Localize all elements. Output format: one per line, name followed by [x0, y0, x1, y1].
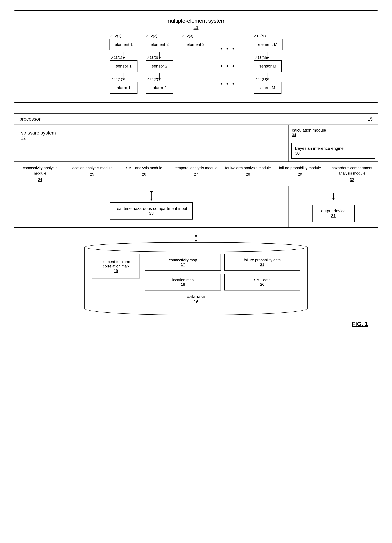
element-m-col: ↗12(M) element M ↗13(M) sensor M ↗14(M) … — [253, 39, 283, 94]
realtime-col: real-time hazardous compartment input 33 — [14, 186, 288, 225]
module-hazardous-id: 32 — [329, 177, 375, 182]
processor-title: processor — [19, 116, 40, 122]
ref-12-3: ↗12(3) — [182, 34, 193, 38]
module-connectivity: connectivity analysis module 24 — [14, 162, 66, 186]
sensor-m-box: sensor M — [254, 60, 282, 72]
ref-13-2: ↗13(2) — [147, 56, 158, 60]
failure-prob-data-id: 21 — [227, 262, 297, 267]
dots-elements: • • • — [220, 45, 236, 52]
system-title: multiple-element system — [25, 18, 367, 24]
failure-prob-data-box: failure probability data 21 — [224, 254, 300, 271]
module-fault-id: 28 — [225, 172, 271, 177]
arrow-hazardous-output — [332, 193, 335, 200]
realtime-box: real-time hazardous compartment input 33 — [110, 202, 193, 220]
module-sme-title: SME analysis module — [126, 166, 162, 170]
element-2-box: element 2 — [145, 39, 174, 50]
database-label: database 16 — [92, 294, 300, 305]
cylinder-top — [84, 242, 308, 252]
element-to-alarm-title: element-to-alarm correlation map — [96, 260, 136, 268]
module-failure-title: failure probability module — [279, 166, 321, 170]
calc-title: calculation module — [292, 128, 374, 133]
alarm-2-box: alarm 2 — [146, 82, 173, 94]
bayesian-block: Bayesian inference engine 30 — [291, 143, 375, 159]
arrow-s2-a2 — [158, 73, 161, 81]
software-calc-row: software system 22 calculation module34 … — [14, 125, 378, 162]
system-id: 11 — [25, 25, 367, 30]
output-col: output device 31 — [288, 186, 378, 227]
database-id: 16 — [193, 299, 199, 304]
fig-text: FIG. 1 — [352, 321, 368, 327]
calc-header: calculation module34 — [288, 125, 378, 140]
module-connectivity-title: connectivity analysis module — [23, 166, 57, 175]
dots-alarms: • • • — [220, 80, 236, 87]
module-sme: SME analysis module 26 — [118, 162, 170, 186]
output-id: 31 — [321, 213, 346, 218]
module-location-title: location analysis module — [72, 166, 113, 170]
ref-13-m: ↗13(M) — [254, 56, 267, 60]
alarm-1-box: alarm 1 — [110, 82, 138, 94]
module-location: location analysis module 25 — [66, 162, 118, 186]
arrow-s1-a1 — [122, 73, 125, 81]
module-sme-id: 26 — [121, 172, 167, 177]
db-right-bottom: location map 18 SME data 20 — [145, 274, 300, 290]
fig-label: FIG. 1 — [14, 321, 378, 327]
ref-12-m: ↗12(M) — [253, 34, 266, 38]
calc-id: 34 — [292, 133, 374, 137]
dots-col: • • • • • • • • • — [220, 45, 236, 87]
element-3-col: ↗12(3) element 3 — [181, 39, 210, 50]
location-map-id: 18 — [148, 282, 218, 287]
sme-data-box: SME data 20 — [224, 274, 300, 290]
ref-14-m: ↗14(M) — [255, 77, 267, 81]
database-cylinder: element-to-alarm correlation map 19 conn… — [84, 242, 308, 315]
software-block: software system 22 — [14, 125, 288, 161]
cylinder-body: element-to-alarm correlation map 19 conn… — [84, 247, 308, 315]
element-to-alarm-id: 19 — [96, 268, 136, 273]
element-1-box: element 1 — [109, 39, 138, 50]
module-connectivity-id: 24 — [17, 177, 63, 182]
location-map-title: location map — [148, 278, 218, 282]
db-right-top: connectivity map 17 failure probability … — [145, 254, 300, 271]
location-map-box: location map 18 — [145, 274, 221, 290]
elements-row: ↗12(1) element 1 ↗13(1) sensor 1 ↗14(1) … — [25, 39, 367, 94]
element-2-col: ↗12(2) element 2 ↗13(2) sensor 2 ↗14(2) … — [145, 39, 174, 94]
module-hazardous: hazardous compartment analysis module 32 — [326, 162, 378, 186]
failure-prob-data-title: failure probability data — [227, 258, 297, 262]
processor-id: 15 — [368, 116, 373, 122]
software-id: 22 — [21, 136, 281, 141]
connectivity-map-box: connectivity map 17 — [145, 254, 221, 271]
arrow-e1-s1 — [122, 52, 125, 59]
output-title: output device — [321, 209, 346, 213]
db-right-col: connectivity map 17 failure probability … — [145, 254, 300, 290]
database-section: element-to-alarm correlation map 19 conn… — [14, 234, 378, 315]
element-3-box: element 3 — [181, 39, 210, 50]
module-fault: fault/alarm analysis module 28 — [222, 162, 274, 186]
module-temporal: temporal analysis module 27 — [170, 162, 222, 186]
bayesian-title: Bayesian inference engine — [295, 146, 371, 151]
module-fault-title: fault/alarm analysis module — [225, 166, 271, 170]
element-m-box: element M — [253, 39, 283, 50]
processor-bottom-row: real-time hazardous compartment input 33… — [14, 186, 378, 227]
sme-data-title: SME data — [227, 278, 297, 282]
sensor-1-box: sensor 1 — [110, 60, 138, 72]
arrow-e2-s2 — [158, 52, 161, 59]
module-temporal-title: temporal analysis module — [175, 166, 217, 170]
modules-row: connectivity analysis module 24 location… — [14, 162, 378, 186]
realtime-title: real-time hazardous compartment input — [116, 206, 187, 211]
dots-sensors: • • • — [220, 62, 236, 70]
ref-12-2: ↗12(2) — [146, 34, 157, 38]
ref-14-2: ↗14(2) — [147, 77, 158, 81]
database-title: database — [187, 294, 205, 299]
element-1-col: ↗12(1) element 1 ↗13(1) sensor 1 ↗14(1) … — [109, 39, 138, 94]
ref-13-1: ↗13(1) — [111, 56, 122, 60]
element-to-alarm-box: element-to-alarm correlation map 19 — [92, 254, 140, 278]
alarm-m-box: alarm M — [254, 82, 282, 94]
connectivity-map-title: connectivity map — [148, 258, 218, 262]
realtime-id: 33 — [116, 211, 187, 216]
sme-data-id: 20 — [227, 282, 297, 287]
bayesian-id: 30 — [295, 151, 371, 156]
software-title: software system — [21, 130, 281, 136]
processor-header: processor 15 — [14, 113, 378, 125]
ref-14-1: ↗14(1) — [111, 77, 122, 81]
sensor-2-box: sensor 2 — [146, 60, 173, 72]
top-section: multiple-element system 11 ↗12(1) elemen… — [14, 10, 378, 103]
